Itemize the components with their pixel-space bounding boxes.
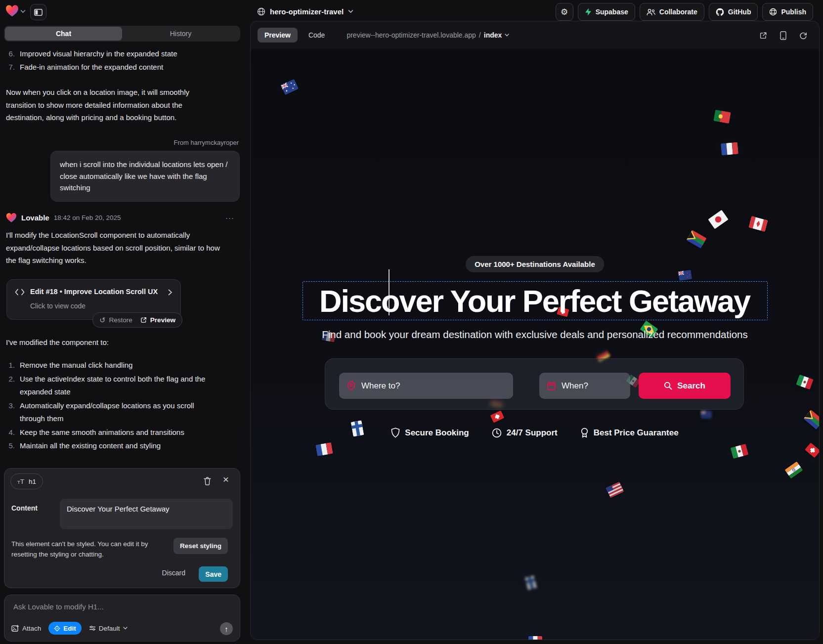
hero-title[interactable]: Discover Your Perfect Getaway	[303, 283, 767, 319]
project-switcher[interactable]: hero-optimizer-travel	[257, 0, 353, 23]
flag-usa	[606, 482, 624, 498]
flag-france	[721, 142, 738, 156]
url-breadcrumb[interactable]: preview--hero-optimizer-travel.lovable.a…	[347, 31, 509, 39]
github-button[interactable]: GitHub	[709, 3, 758, 21]
app-window: hero-optimizer-travel ⚙ Supabase	[0, 0, 823, 644]
flag-switzerland	[490, 410, 505, 423]
trash-icon[interactable]	[204, 477, 211, 485]
website-viewport: Over 1000+ Destinations Available Discov…	[251, 49, 819, 640]
element-tag-pill[interactable]: TT h1	[10, 473, 43, 489]
preview-button[interactable]: Preview	[140, 316, 175, 324]
sidebar-toggle-button[interactable]	[30, 4, 46, 20]
where-to-input[interactable]: Where to?	[339, 373, 513, 399]
message-timestamp: 18:42 on Feb 20, 2025	[54, 214, 121, 221]
chat-composer: Attach Edit Default	[4, 595, 240, 642]
close-icon[interactable]: ×	[223, 473, 229, 485]
user-message-bubble: when i scroll into the individual locati…	[50, 151, 240, 202]
project-name: hero-optimizer-travel	[270, 7, 344, 16]
when-input[interactable]: When?	[539, 373, 630, 399]
target-icon	[54, 625, 60, 632]
publish-globe-icon	[769, 8, 777, 16]
search-button[interactable]: Search	[639, 373, 731, 399]
feature-support: 24/7 Support	[492, 428, 558, 438]
logo-chevron-down-icon[interactable]	[20, 9, 26, 13]
calendar-icon	[547, 382, 556, 390]
feature-badges: Secure Booking 24/7 Support Best Price G…	[251, 428, 819, 438]
list-item: 2. Use the activeIndex state to control …	[6, 373, 227, 399]
content-label: Content	[11, 504, 38, 512]
version-actions: ↺ Restore Preview	[92, 312, 182, 328]
globe-icon	[257, 7, 265, 16]
search-panel: Where to? When? Search	[325, 358, 744, 410]
list-item: 5. Maintain all the existing content and…	[6, 439, 227, 453]
feature-secure-booking: Secure Booking	[391, 428, 469, 438]
gear-icon: ⚙	[561, 7, 568, 17]
attach-button[interactable]: Attach	[11, 625, 41, 632]
clock-icon	[492, 428, 502, 438]
code-icon	[15, 289, 25, 296]
collaborate-button[interactable]: Collaborate	[640, 3, 704, 21]
styling-note: This element can't be styled. You can ed…	[11, 539, 172, 559]
list-item: 6. Improved visual hierarchy in the expa…	[6, 47, 233, 61]
external-link-icon	[140, 317, 147, 323]
sliders-icon	[89, 625, 96, 631]
mobile-view-icon[interactable]	[780, 31, 786, 40]
flag-france	[528, 636, 542, 640]
message-menu-icon[interactable]: ···	[225, 214, 234, 222]
award-icon	[580, 428, 589, 438]
chevron-down-icon	[348, 9, 353, 13]
message-author-label: From harrymckayroper	[6, 139, 239, 146]
tab-preview[interactable]: Preview	[258, 28, 298, 43]
list-item: 3. Automatically expand/collapse locatio…	[6, 399, 227, 426]
people-icon	[647, 8, 655, 16]
flags-layer	[251, 49, 819, 640]
save-button[interactable]: Save	[199, 566, 228, 582]
edit-mode-button[interactable]: Edit	[48, 622, 82, 635]
lovable-avatar	[6, 213, 17, 223]
model-default-selector[interactable]: Default	[89, 625, 128, 632]
tab-history[interactable]: History	[122, 27, 239, 41]
assistant-header: Lovable 18:42 on Feb 20, 2025 ···	[6, 213, 234, 223]
flag-new-zealand	[701, 411, 712, 419]
flag-switzerland	[805, 442, 819, 458]
attach-image-icon	[11, 625, 19, 632]
sidebar-tabs: Chat History	[4, 26, 240, 42]
publish-button[interactable]: Publish	[762, 3, 813, 21]
github-icon	[716, 8, 724, 16]
refresh-icon[interactable]	[799, 32, 807, 40]
chat-input[interactable]	[12, 602, 227, 611]
discard-button[interactable]: Discard	[162, 569, 185, 577]
lovable-logo-icon[interactable]	[5, 4, 19, 17]
tab-code[interactable]: Code	[302, 28, 332, 43]
hero-subtitle: Find and book your dream destination wit…	[251, 329, 819, 341]
supabase-button[interactable]: Supabase	[578, 3, 635, 21]
flag-mexico	[731, 444, 749, 459]
flag-portugal	[713, 110, 731, 124]
flag-south-africa	[803, 410, 819, 429]
assistant-paragraph: Now when you click on a location image, …	[6, 86, 219, 124]
element-tag-label: h1	[29, 478, 36, 485]
preview-pane: Preview Code preview--hero-optimizer-tra…	[250, 21, 820, 640]
flag-australia	[281, 79, 299, 95]
chat-list-top: 6. Improved visual hierarchy in the expa…	[6, 47, 233, 74]
arrow-up-icon: ↑	[224, 625, 228, 633]
destinations-badge: Over 1000+ Destinations Available	[466, 256, 604, 272]
list-item: 4. Keep the same smooth animations and t…	[6, 426, 227, 439]
url-host: preview--hero-optimizer-travel.lovable.a…	[347, 31, 476, 39]
shield-icon	[391, 428, 400, 438]
open-in-new-tab-icon[interactable]	[759, 32, 767, 40]
chevron-down-icon	[505, 34, 509, 37]
panel-left-icon	[34, 9, 43, 16]
content-input[interactable]: Discover Your Perfect Getaway	[60, 499, 233, 529]
flag-canada	[748, 216, 768, 232]
send-button[interactable]: ↑	[220, 622, 233, 635]
chevron-right-icon	[168, 289, 173, 296]
settings-button[interactable]: ⚙	[556, 3, 573, 21]
tab-chat[interactable]: Chat	[5, 27, 122, 41]
assistant-name: Lovable	[21, 214, 49, 222]
supabase-icon	[585, 8, 592, 16]
reset-styling-button[interactable]: Reset styling	[173, 538, 228, 554]
element-editor-panel: TT h1 × Content Discover Your Perfect Ge…	[4, 468, 240, 588]
restore-button[interactable]: ↺ Restore	[99, 316, 132, 325]
list-item: 1. Remove the manual click handling	[6, 359, 227, 372]
